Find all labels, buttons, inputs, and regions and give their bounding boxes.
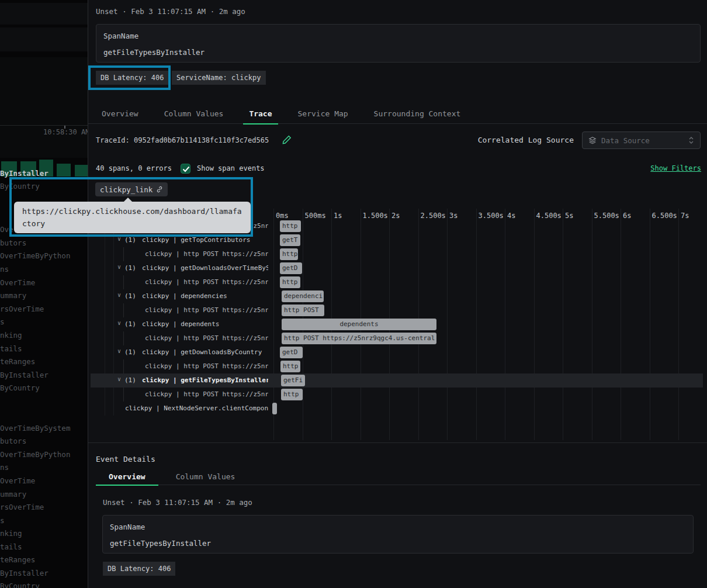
- span-row-label: clickpy | http POST https://z5nrz9: [88, 388, 268, 402]
- span-row[interactable]: ∨(1)clickpy | getTopContributorsgetT: [88, 233, 707, 247]
- sidebar-item-rsovertime[interactable]: rsOverTime: [0, 503, 44, 511]
- sidebar-item-nking[interactable]: nking: [0, 529, 22, 538]
- span-row[interactable]: clickpy | NextNodeServer.clientComponent…: [88, 402, 707, 416]
- span-duration-bar[interactable]: getT: [280, 234, 300, 246]
- span-name-label: SpanName: [103, 32, 138, 40]
- chevron-down-icon[interactable]: ∨: [117, 236, 121, 242]
- clickpy-link-chip[interactable]: clickpy_link: [95, 182, 168, 196]
- sidebar-item-butors[interactable]: butors: [0, 238, 26, 247]
- span-name-box: SpanName getFileTypesByInstaller: [96, 24, 701, 63]
- sidebar-item-tails[interactable]: tails: [0, 344, 22, 353]
- sidebar-item-overtime[interactable]: OverTime: [0, 278, 35, 287]
- span-row-label: clickpy | http POST https://z5nrz9: [88, 247, 268, 261]
- sidebar-item-overtimebypython[interactable]: OverTimeByPython: [0, 450, 70, 459]
- span-row[interactable]: clickpy | http POST https://z5nrz9http: [88, 359, 707, 373]
- span-duration-bar[interactable]: getD: [280, 262, 302, 274]
- span-row-label: clickpy | http POST https://z5nrz9: [88, 275, 268, 289]
- tab-overview[interactable]: Overview: [96, 105, 144, 124]
- chevron-down-icon[interactable]: ∨: [117, 348, 121, 354]
- chevron-down-icon[interactable]: ∨: [117, 376, 121, 382]
- span-duration-bar[interactable]: http: [280, 276, 300, 288]
- event-details-span-name-box: SpanName getFileTypesByInstaller: [102, 515, 694, 554]
- span-duration-bar[interactable]: http: [280, 361, 300, 372]
- sidebar-item-bycountry[interactable]: ByCountry: [0, 182, 40, 191]
- event-details-tab-overview[interactable]: Overview: [96, 469, 158, 485]
- sidebar-item-rsovertime[interactable]: rsOverTime: [0, 305, 44, 313]
- sidebar-item-teranges[interactable]: teRanges: [0, 555, 35, 564]
- sidebar-item-bycountry[interactable]: ByCountry: [0, 383, 40, 392]
- span-row[interactable]: clickpy | http POST https://z5nrz9http P…: [88, 331, 707, 345]
- sidebar-item-byinstaller[interactable]: ByInstaller: [0, 569, 48, 577]
- span-duration-bar[interactable]: http: [280, 248, 298, 260]
- span-row[interactable]: clickpy | http POST https://z5nrz9http: [88, 388, 707, 402]
- event-details-tabs: OverviewColumn Values: [96, 469, 701, 485]
- span-duration-bar[interactable]: http POST: [282, 305, 324, 316]
- histogram-bars: [0, 109, 88, 177]
- span-duration-bar[interactable]: http: [280, 220, 301, 232]
- span-duration-bar[interactable]: getFi: [281, 375, 305, 386]
- chevron-down-icon[interactable]: ∨: [117, 292, 121, 298]
- span-row-label: ∨(1)clickpy | getDownloadsOverTimeByS: [88, 261, 268, 275]
- span-row[interactable]: clickpy | http POST https://z5nrz9http: [88, 275, 707, 289]
- show-filters-link[interactable]: Show Filters: [650, 164, 701, 172]
- layers-icon: [588, 136, 597, 144]
- histogram-time-label: 10:58:30 AM: [43, 128, 89, 136]
- span-row[interactable]: clickpy | http POST https://z5nrz9http P…: [88, 303, 707, 317]
- span-row[interactable]: ∨(1)clickpy | dependentsdependents: [88, 317, 707, 331]
- sidebar-item-butors[interactable]: butors: [0, 437, 26, 445]
- edit-trace-id-icon[interactable]: [282, 135, 293, 146]
- sidebar-item-ns[interactable]: ns: [0, 463, 9, 472]
- sidebar-item-bycountry[interactable]: ByCountry: [0, 582, 40, 588]
- span-row[interactable]: ∨(1)clickpy | getDownloadsOverTimeBySget…: [88, 261, 707, 275]
- sidebar-item-ummary[interactable]: ummary: [0, 490, 26, 499]
- link-tooltip-url: https://clickpy.clickhouse.com/dashboard…: [22, 205, 242, 230]
- sidebar-item-s[interactable]: s: [0, 516, 5, 525]
- tab-service-map[interactable]: Service Map: [292, 105, 354, 124]
- span-duration-bar[interactable]: dependents: [282, 319, 436, 330]
- sidebar-item-teranges[interactable]: teRanges: [0, 357, 35, 366]
- span-row[interactable]: clickpy | http POST https://z5nrz9http: [88, 247, 707, 261]
- span-duration-bar[interactable]: dependenci: [282, 290, 324, 302]
- chevron-down-icon[interactable]: ∨: [117, 320, 121, 326]
- db-latency-badge[interactable]: DB Latency: 406: [96, 71, 168, 85]
- sidebar-item-nking[interactable]: nking: [0, 331, 22, 340]
- span-row-label: ∨(1)clickpy | getFileTypesByInstaller: [88, 373, 268, 388]
- sidebar-item-tails[interactable]: tails: [0, 542, 22, 551]
- chevron-down-icon[interactable]: ∨: [117, 264, 121, 270]
- tab-trace[interactable]: Trace: [243, 105, 278, 124]
- sidebar-item-ummary[interactable]: ummary: [0, 291, 26, 300]
- service-name-badge[interactable]: ServiceName: clickpy: [172, 71, 266, 85]
- span-duration-bar[interactable]: http POST https://z5nrz9qgc4.us-central: [282, 333, 436, 344]
- span-row[interactable]: ∨(1)clickpy | dependenciesdependenci: [88, 289, 707, 303]
- span-name-text: clickpy | NextNodeServer.clientComponent…: [125, 404, 268, 412]
- sidebar-item-ove[interactable]: Ove: [0, 225, 13, 234]
- sidebar-item-overtime[interactable]: OverTime: [0, 476, 35, 485]
- span-duration-bar[interactable]: [272, 403, 277, 414]
- show-span-events-checkbox[interactable]: [181, 164, 190, 174]
- span-row[interactable]: ∨(1)clickpy | getDownloadsByCountrygetD: [88, 345, 707, 359]
- span-row-label: ∨(1)clickpy | dependents: [88, 317, 268, 331]
- tab-surrounding-context[interactable]: Surrounding Context: [368, 105, 467, 124]
- histogram-bar: [57, 164, 71, 177]
- axis-tick-label: 1.500s: [363, 212, 388, 220]
- span-name-value: getFileTypesByInstaller: [103, 48, 205, 57]
- sidebar-item-byinstaller[interactable]: ByInstaller: [0, 169, 48, 178]
- span-child-count: (1): [124, 264, 136, 272]
- axis-tick-label: 4s: [507, 212, 515, 220]
- sidebar-item-s[interactable]: s: [0, 317, 5, 326]
- span-duration-bar[interactable]: http: [281, 389, 303, 400]
- sidebar-item-overtimebypython[interactable]: OverTimeByPython: [0, 251, 70, 260]
- sidebar-item-ns[interactable]: ns: [0, 265, 9, 274]
- axis-tick-label: 500ms: [305, 212, 326, 220]
- sidebar-item-overtimebysystem[interactable]: OverTimeBySystem: [0, 424, 70, 433]
- span-row[interactable]: ∨(1)clickpy | getFileTypesByInstallerget…: [88, 373, 707, 388]
- background-histogram: [0, 57, 88, 158]
- event-details-tab-column-values[interactable]: Column Values: [163, 469, 248, 485]
- sidebar-item-byinstaller[interactable]: ByInstaller: [0, 371, 48, 379]
- event-details-db-latency-badge[interactable]: DB Latency: 406: [103, 562, 175, 576]
- span-child-count: (1): [124, 348, 136, 356]
- tab-column-values[interactable]: Column Values: [158, 105, 230, 124]
- data-source-placeholder: Data Source: [601, 136, 688, 145]
- span-duration-bar[interactable]: getD: [280, 347, 303, 358]
- data-source-select[interactable]: Data Source: [582, 132, 701, 149]
